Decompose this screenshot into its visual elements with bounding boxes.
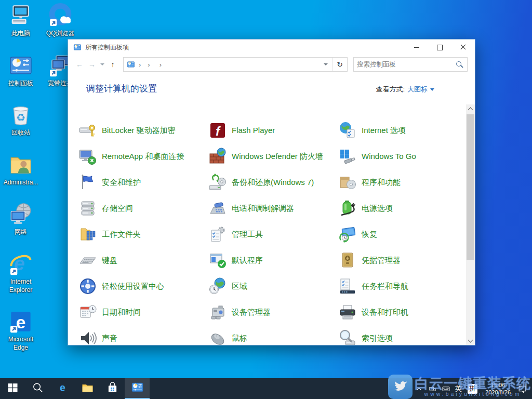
cp-item-keyboard[interactable]: 键盘: [78, 251, 208, 270]
cp-item-label: 电话和调制解调器: [232, 204, 294, 212]
cp-item-label: 管理工具: [232, 230, 263, 238]
cp-item-label: 键盘: [102, 256, 117, 264]
desktop-icon-internet-explorer[interactable]: e Internet Explorer: [1, 251, 41, 294]
cp-item-credential-manager[interactable]: 凭据管理器: [338, 251, 468, 270]
device-manager-icon: [208, 303, 227, 322]
search-icon: [456, 61, 463, 69]
breadcrumb-item-[interactable]: [143, 61, 154, 69]
touch-keyboard-icon[interactable]: [439, 378, 453, 399]
cp-item-label: 程序和功能: [362, 178, 401, 187]
cp-item-ease-of-access[interactable]: 轻松使用设置中心: [78, 277, 208, 296]
cp-item-label: RemoteApp 和桌面连接: [102, 152, 184, 161]
chevron-up-icon: [468, 108, 473, 113]
desktop-icon-label: 网络: [15, 228, 27, 236]
desktop-icon-label: Microsoft Edge: [1, 336, 41, 352]
desktop-icon-label: 此电脑: [11, 30, 30, 38]
view-by-value[interactable]: 大图标: [407, 85, 428, 94]
security-maintenance-icon: [78, 173, 97, 192]
taskbar-app-start-button[interactable]: [0, 378, 25, 399]
flash-player-icon: f: [208, 121, 227, 140]
cp-item-region[interactable]: 区域: [208, 277, 338, 296]
tray-time: 15:06: [485, 381, 511, 389]
cp-item-label: 安全和维护: [102, 178, 141, 187]
cp-item-mouse[interactable]: 鼠标: [208, 329, 338, 345]
ime-pinyin-badge[interactable]: 拼: [468, 384, 477, 394]
taskbar-app-microsoft-store[interactable]: [100, 378, 125, 399]
back-button[interactable]: [73, 60, 86, 69]
ime-language-badge[interactable]: 英: [453, 384, 464, 393]
desktop-icon-label: Administra...: [4, 179, 38, 187]
maximize-button[interactable]: [428, 39, 451, 55]
cp-item-indexing-options[interactable]: 索引选项: [338, 329, 468, 345]
cp-item-work-folders[interactable]: 工作文件夹: [78, 225, 208, 244]
backup-restore-icon: [208, 173, 227, 192]
programs-features-icon: [338, 173, 357, 192]
cp-item-label: 电源选项: [362, 204, 393, 212]
taskbar-app-search-button[interactable]: [25, 378, 50, 399]
tray-expand-icon[interactable]: [412, 378, 425, 399]
cp-item-internet-options[interactable]: Internet 选项: [338, 121, 468, 140]
cp-item-default-programs[interactable]: 默认程序: [208, 251, 338, 270]
desktop-icon-control-panel[interactable]: 控制面板: [1, 53, 41, 88]
close-button[interactable]: [451, 39, 475, 55]
cp-item-devices-printers[interactable]: 设备和打印机: [338, 303, 468, 322]
cp-item-recovery[interactable]: 恢复: [338, 225, 468, 244]
internet-explorer-icon: e: [8, 251, 33, 276]
titlebar[interactable]: 所有控制面板项: [68, 39, 475, 55]
scroll-up-button[interactable]: [466, 104, 475, 113]
cp-item-defender-firewall[interactable]: Windows Defender 防火墙: [208, 147, 338, 166]
scrollbar[interactable]: [466, 104, 475, 345]
control-panel-icon: [131, 381, 144, 396]
cp-item-bitlocker[interactable]: BitLocker 驱动器加密: [78, 121, 208, 140]
address-dropdown-icon[interactable]: [324, 63, 328, 65]
power-options-icon: [338, 199, 357, 218]
desktop-icon-user-folder[interactable]: Administra...: [1, 152, 41, 187]
cp-item-flash-player[interactable]: f Flash Player: [208, 121, 338, 140]
scrollbar-thumb[interactable]: [467, 114, 474, 260]
address-bar[interactable]: [123, 57, 348, 72]
cp-item-admin-tools[interactable]: 管理工具: [208, 225, 338, 244]
cp-item-security-maintenance[interactable]: 安全和维护: [78, 173, 208, 192]
scroll-down-button[interactable]: [466, 336, 475, 345]
cp-item-power-options[interactable]: 电源选项: [338, 199, 468, 218]
chevron-down-icon[interactable]: [430, 88, 434, 91]
search-box: [353, 57, 468, 72]
cp-item-taskbar-nav[interactable]: 任务栏和导航: [338, 277, 468, 296]
recent-pages-dropdown-icon[interactable]: [100, 63, 104, 65]
date-time-icon: [78, 303, 97, 322]
taskbar-app-control-panel[interactable]: [125, 378, 150, 399]
control-panel-window: 所有控制面板项: [68, 39, 475, 345]
desktop-icon-qq-browser[interactable]: QQ浏览器: [41, 3, 80, 38]
cp-item-remoteapp[interactable]: RemoteApp 和桌面连接: [78, 147, 208, 166]
taskbar-app-edge[interactable]: e: [50, 378, 75, 399]
breadcrumb-item-[interactable]: [155, 61, 166, 69]
cp-item-label: 恢复: [362, 230, 377, 238]
action-center-icon[interactable]: [515, 378, 529, 399]
system-tray: 英 拼 15:06 2020/8/26: [412, 378, 532, 399]
user-folder-icon: [8, 152, 33, 177]
desktop-icon-microsoft-edge[interactable]: e Microsoft Edge: [1, 309, 41, 352]
tray-network-icon[interactable]: [425, 378, 439, 399]
minimize-button[interactable]: [405, 39, 428, 55]
cp-item-device-manager[interactable]: 设备管理器: [208, 303, 338, 322]
taskbar-app-file-explorer[interactable]: [75, 378, 100, 399]
desktop-icon-network[interactable]: 网络: [1, 202, 41, 236]
minimize-icon: [414, 47, 419, 48]
cp-item-programs-features[interactable]: 程序和功能: [338, 173, 468, 192]
up-button[interactable]: [107, 60, 119, 69]
desktop-icon-recycle-bin[interactable]: ♻ 回收站: [1, 102, 41, 137]
cp-item-backup-restore[interactable]: 备份和还原(Windows 7): [208, 173, 338, 192]
forward-button[interactable]: [86, 60, 98, 69]
breadcrumb: [143, 61, 320, 69]
cp-item-windows-to-go[interactable]: Windows To Go: [338, 147, 468, 166]
cp-item-phone-modem[interactable]: 电话和调制解调器: [208, 199, 338, 218]
clock[interactable]: 15:06 2020/8/26: [481, 381, 515, 396]
cp-item-sound[interactable]: 声音: [78, 329, 208, 345]
refresh-icon[interactable]: [332, 58, 347, 71]
desktop-icon-label: 控制面板: [8, 79, 33, 88]
region-icon: [208, 277, 227, 296]
search-input[interactable]: [354, 61, 456, 68]
desktop-icon-this-pc[interactable]: 此电脑: [1, 3, 41, 38]
cp-item-storage-spaces[interactable]: 存储空间: [78, 199, 208, 218]
cp-item-date-time[interactable]: 日期和时间: [78, 303, 208, 322]
